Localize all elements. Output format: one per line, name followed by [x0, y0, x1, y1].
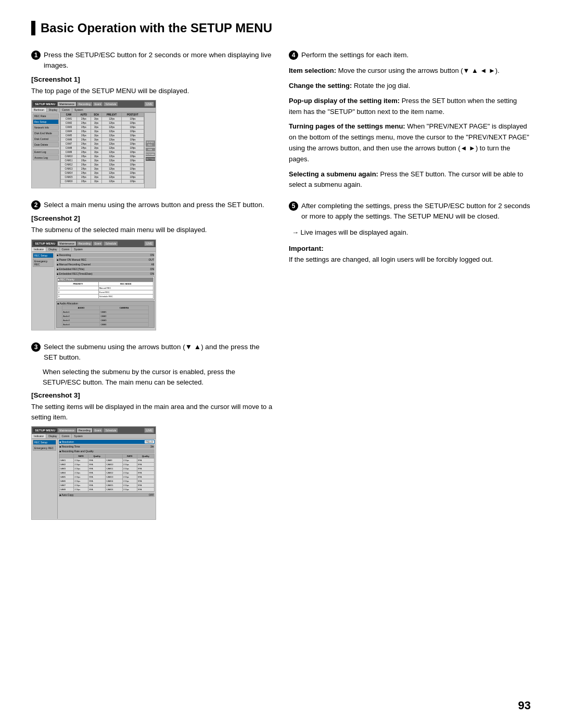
step5-arrow-text: → Live images will be displayed again. [289, 227, 531, 238]
item-selection: Item selection: Move the cursor using th… [289, 66, 531, 76]
page-title: Basic Operation with the SETUP MENU [31, 21, 531, 35]
popup-display-label: Pop-up display of the setting item: [289, 97, 400, 105]
step1-intro: 1 Press the SETUP/ESC button for 2 secon… [31, 50, 273, 71]
step3-intro: 3 Select the submenu using the arrows bu… [31, 342, 273, 363]
screenshot3-desc: The setting items will be displayed in t… [31, 402, 273, 422]
screenshot3-image: SETUP MENU Maintenance Recording Event S… [31, 426, 156, 520]
page-number: 93 [518, 699, 531, 712]
change-setting-text: Rotate the jog dial. [354, 82, 410, 90]
step2-text: Select a main menu using the arrows butt… [44, 200, 264, 210]
step1-block: 1 Press the SETUP/ESC button for 2 secon… [31, 50, 273, 188]
important-text: If the settings are changed, all login u… [289, 254, 531, 265]
change-setting: Change the setting: Rotate the jog dial. [289, 81, 531, 92]
step2-block: 2 Select a main menu using the arrows bu… [31, 200, 273, 330]
turning-pages-label: Turning pages of the settings menu: [289, 122, 405, 130]
important-label: Important: [289, 245, 531, 252]
step4-number: 4 [289, 50, 298, 60]
item-selection-label: Item selection: [289, 67, 336, 74]
step4-text: Perform the settings for each item. [301, 50, 408, 60]
item-selection-text: Move the cursor using the arrows button … [338, 67, 500, 74]
step4-intro: 4 Perform the settings for each item. [289, 50, 531, 60]
turning-pages: Turning pages of the settings menu: When… [289, 121, 531, 164]
step3-text: Select the submenu using the arrows butt… [44, 342, 273, 363]
step5-block: 5 After completing the settings, press t… [289, 201, 531, 265]
step4-block: 4 Perform the settings for each item. It… [289, 50, 531, 190]
step5-intro: 5 After completing the settings, press t… [289, 201, 531, 222]
step5-number: 5 [289, 201, 298, 211]
selecting-submenu-label: Selecting a submenu again: [289, 170, 378, 178]
screenshot2-desc: The submenu of the selected main menu wi… [31, 225, 273, 235]
screenshot3-label: [Screenshot 3] [31, 391, 273, 399]
screenshot2-label: [Screenshot 2] [31, 214, 273, 222]
step2-intro: 2 Select a main menu using the arrows bu… [31, 200, 273, 210]
step3-text2: When selecting the submenu by the cursor… [31, 367, 273, 387]
step3-block: 3 Select the submenu using the arrows bu… [31, 342, 273, 520]
screenshot1-label: [Screenshot 1] [31, 75, 273, 83]
step1-number: 1 [31, 50, 41, 60]
step3-number: 3 [31, 342, 41, 352]
change-setting-label: Change the setting: [289, 82, 352, 90]
screenshot1-desc: The top page of the SETUP MENU will be d… [31, 86, 273, 96]
popup-display: Pop-up display of the setting item: Pres… [289, 96, 531, 118]
screenshot1-image: SETUP MENU Maintenance Recording Event S… [31, 100, 156, 188]
important-block: Important: If the settings are changed, … [289, 245, 531, 265]
screenshot2-image: SETUP MENU Maintenance Recording Event S… [31, 239, 156, 330]
step5-text: After completing the settings, press the… [301, 201, 531, 222]
selecting-submenu: Selecting a submenu again: Press the SET… [289, 169, 531, 191]
step2-number: 2 [31, 200, 41, 210]
step1-text: Press the SETUP/ESC button for 2 seconds… [44, 50, 273, 71]
